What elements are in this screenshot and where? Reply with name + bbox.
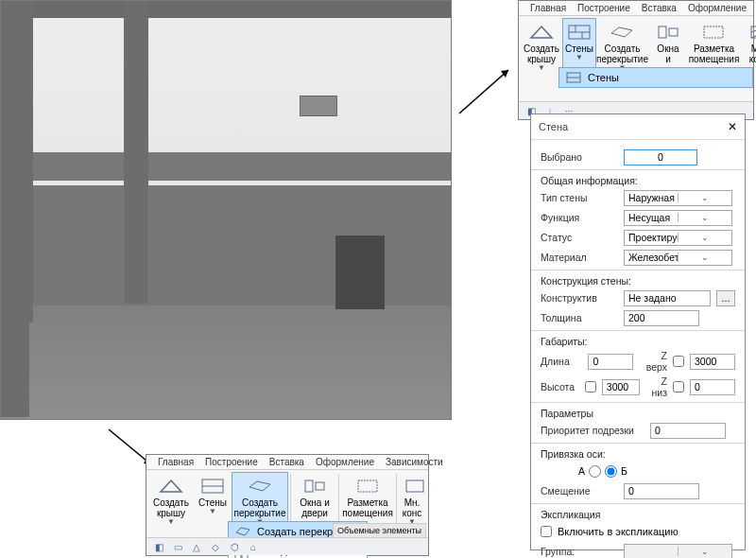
door-opening: [335, 235, 385, 309]
ribbon-walls: Главная Построение Вставка Оформление За…: [518, 0, 754, 120]
svg-marker-1: [501, 70, 508, 78]
construction-combo[interactable]: Не задано: [624, 290, 711, 306]
field-label: Приоритет подрезки: [541, 425, 644, 436]
field-label: Статус: [541, 232, 618, 243]
wall-function-combo[interactable]: Несущая⌄: [624, 210, 732, 226]
ribbon-tab[interactable]: Вставка: [269, 457, 304, 467]
dropdown-item-walls[interactable]: Стены: [559, 68, 752, 87]
beam: [1, 152, 451, 181]
qat-icon[interactable]: ◇: [207, 540, 224, 553]
room-tag-icon: [354, 477, 381, 496]
svg-rect-10: [704, 26, 723, 38]
wall-icon: [566, 23, 593, 42]
slab-icon: [609, 23, 635, 42]
height-input[interactable]: [602, 379, 640, 395]
zbot-input[interactable]: [690, 379, 735, 395]
ribbon-slabs: Главная Построение Вставка Оформление За…: [146, 454, 429, 556]
browse-button[interactable]: …: [716, 290, 735, 306]
callout-arrow: [455, 64, 522, 117]
volumes-tab[interactable]: Объемные элементы: [333, 523, 426, 538]
section-header: Экспликация: [541, 509, 735, 520]
axis-b-radio[interactable]: [605, 465, 617, 478]
ribbon-tab[interactable]: Оформление: [316, 457, 374, 467]
quick-access-toolbar: ◧ ▭ △ ◇ ⬡ ⌂: [146, 537, 428, 555]
thickness-input[interactable]: [624, 310, 699, 326]
tool-openings[interactable]: Окна и двери: [293, 472, 336, 528]
radio-label: Б: [621, 465, 627, 477]
svg-rect-8: [659, 26, 666, 38]
section-header: Конструкция стены:: [541, 275, 735, 287]
ztop-lock-checkbox[interactable]: [673, 356, 684, 367]
svg-rect-22: [305, 480, 313, 492]
tool-room-tag[interactable]: Разметка помещения: [341, 472, 394, 528]
tool-create-roof[interactable]: Создать крышу▼: [148, 472, 194, 528]
ribbon-tab[interactable]: Оформление: [688, 3, 747, 13]
3d-viewport[interactable]: [0, 0, 452, 420]
radio-label: А: [578, 465, 585, 477]
offset-input[interactable]: [624, 483, 699, 499]
svg-rect-23: [316, 482, 324, 490]
tool-more[interactable]: Мн. конс▼: [399, 472, 425, 528]
qat-icon[interactable]: ⌂: [245, 540, 262, 553]
field-label: Смещение: [541, 485, 618, 497]
svg-marker-26: [236, 528, 249, 535]
ribbon-tab[interactable]: Построение: [205, 457, 258, 467]
door-window-icon: [655, 23, 681, 42]
dropdown-label: Стены: [588, 72, 619, 83]
field-label: Тип стены: [541, 192, 618, 203]
section-header: Привязка оси:: [541, 448, 735, 460]
room-tag-icon: [700, 23, 727, 42]
qat-icon[interactable]: ⬡: [226, 540, 243, 553]
ribbon-tab[interactable]: Главная: [158, 457, 194, 467]
roof-icon: [158, 477, 184, 496]
zbot-lock-checkbox[interactable]: [673, 381, 684, 392]
wall-icon: [199, 477, 226, 496]
svg-rect-24: [358, 480, 377, 492]
vent-opening: [300, 96, 337, 116]
field-label: Z низ: [645, 375, 667, 398]
field-label: Функция: [541, 212, 618, 223]
column: [124, 1, 148, 304]
wall-status-combo[interactable]: Проектируемая⌄: [624, 230, 732, 246]
ztop-input[interactable]: [690, 354, 735, 370]
wall-type-combo[interactable]: Наружная стена⌄: [624, 190, 732, 206]
close-icon[interactable]: ✕: [728, 120, 737, 133]
beam: [1, 1, 451, 18]
tool-create-slab[interactable]: Создать перекрытие▼: [232, 472, 288, 528]
height-lock-checkbox[interactable]: [585, 381, 596, 392]
qat-icon[interactable]: ▭: [169, 540, 186, 553]
hatch-icon: [747, 23, 756, 42]
tool-create-roof[interactable]: Создать крышу▼: [521, 18, 562, 77]
qat-icon[interactable]: △: [188, 540, 205, 553]
field-label: Включить в экспликацию: [558, 526, 679, 537]
field-label: Толщина: [541, 312, 618, 323]
walls-dropdown: Стены: [558, 67, 753, 88]
svg-marker-21: [249, 481, 270, 491]
tool-walls[interactable]: Стены▼: [194, 472, 232, 528]
include-explication-checkbox[interactable]: [541, 526, 552, 537]
slab-icon: [247, 477, 273, 496]
length-input[interactable]: [588, 354, 633, 370]
axis-a-radio[interactable]: [589, 465, 601, 478]
hatch-icon: [402, 477, 428, 496]
qat-icon[interactable]: ◧: [150, 540, 167, 553]
section-header: Параметры: [541, 408, 735, 419]
svg-line-0: [459, 70, 508, 113]
ribbon-tab[interactable]: Зависимости: [386, 457, 443, 467]
field-label: Высота: [541, 381, 579, 392]
svg-rect-25: [406, 480, 423, 492]
ribbon-tab[interactable]: Главная: [530, 3, 566, 13]
selected-count-input[interactable]: [624, 149, 697, 166]
field-label: Длина: [541, 356, 582, 367]
slab-icon: [234, 527, 251, 536]
wall-icon: [565, 72, 582, 83]
field-label: Z верх: [639, 350, 667, 373]
svg-rect-9: [669, 28, 678, 36]
section-header: Габариты:: [541, 336, 735, 347]
cut-priority-input[interactable]: [650, 423, 726, 439]
ribbon-tab[interactable]: Построение: [577, 3, 630, 13]
wall-material-combo[interactable]: Железобетон⌄: [624, 250, 732, 266]
svg-marker-7: [611, 27, 632, 37]
floor-face: [1, 305, 451, 419]
ribbon-tab[interactable]: Вставка: [642, 3, 677, 13]
